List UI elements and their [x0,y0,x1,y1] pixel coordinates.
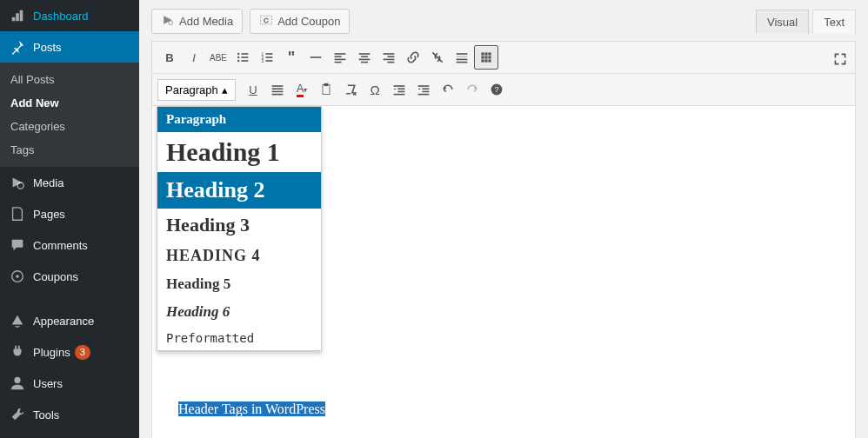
sidebar-item-posts[interactable]: Posts [0,31,139,63]
svg-rect-24 [265,60,272,62]
blockquote-button[interactable]: " [279,45,304,70]
plugins-badge: 3 [75,345,90,360]
svg-point-0 [17,182,23,189]
editor-content[interactable]: Paragraph Heading 1 Heading 2 Heading 3 … [152,106,855,438]
format-option-h4[interactable]: Heading 4 [157,242,321,270]
svg-rect-55 [323,84,330,94]
unlink-button[interactable] [425,45,450,70]
svg-rect-16 [241,56,248,58]
italic-button[interactable]: I [182,45,206,70]
svg-rect-31 [361,56,368,57]
format-option-h6[interactable]: Heading 6 [157,298,321,326]
sidebar-label: Users [33,377,63,390]
tinymce-editor: B I ABE 123 " Paragraph ▴ U A▾ [151,41,856,438]
svg-rect-34 [384,53,395,55]
fullscreen-button[interactable] [828,47,852,71]
svg-rect-40 [457,59,468,61]
submenu-all-posts[interactable]: All Posts [0,68,139,91]
format-option-h3[interactable]: Heading 3 [157,209,321,242]
format-option-h2[interactable]: Heading 2 [157,172,321,209]
link-button[interactable] [401,45,425,70]
insert-more-button[interactable] [450,45,474,70]
svg-point-2 [16,275,19,278]
svg-rect-54 [272,94,284,96]
svg-rect-35 [387,56,394,57]
appearance-icon [9,312,26,329]
sidebar-item-pages[interactable]: Pages [0,198,139,229]
sidebar-item-settings[interactable]: Settings [0,430,139,438]
sidebar-item-tools[interactable]: Tools [0,399,139,430]
svg-rect-51 [272,85,284,87]
underline-button[interactable]: U [241,77,265,102]
pin-icon [9,38,26,56]
format-dropdown-menu: Paragraph Heading 1 Heading 2 Heading 3 … [157,106,322,351]
plugin-icon [9,343,26,361]
redo-button[interactable] [460,77,484,102]
undo-button[interactable] [436,77,460,102]
svg-rect-39 [457,56,468,57]
sidebar-item-plugins[interactable]: Plugins 3 [0,336,139,368]
svg-rect-37 [387,62,394,63]
bold-button[interactable]: B [157,45,182,70]
clear-formatting-button[interactable] [338,77,363,102]
admin-sidebar: Dashboard Posts All Posts Add New Catego… [0,0,139,438]
add-media-button[interactable]: Add Media [151,9,243,34]
format-dropdown-button[interactable]: Paragraph ▴ [157,79,236,101]
svg-rect-18 [241,60,248,62]
svg-rect-20 [265,53,272,55]
align-left-button[interactable] [328,45,352,70]
help-button[interactable]: ? [484,77,509,102]
svg-rect-27 [335,56,342,57]
svg-rect-28 [335,59,346,61]
tab-text[interactable]: Text [812,10,856,34]
format-option-h1[interactable]: Heading 1 [157,132,321,172]
svg-rect-53 [272,91,284,93]
add-media-label: Add Media [179,15,233,28]
submenu-categories[interactable]: Categories [0,115,139,138]
sidebar-item-appearance[interactable]: Appearance [0,305,139,336]
svg-rect-58 [397,88,404,90]
toolbar-toggle-button[interactable] [474,45,498,70]
svg-rect-46 [484,56,487,58]
sidebar-item-media[interactable]: Media [0,167,139,198]
svg-rect-60 [394,94,405,96]
submenu-add-new[interactable]: Add New [0,91,139,115]
svg-rect-22 [265,56,272,58]
sidebar-item-coupons[interactable]: Coupons [0,261,139,292]
align-center-button[interactable] [352,45,377,70]
justify-button[interactable] [265,77,290,102]
format-option-paragraph[interactable]: Paragraph [157,107,321,132]
submenu-tags[interactable]: Tags [0,138,139,162]
svg-rect-41 [457,62,468,63]
format-option-pre[interactable]: Preformatted [157,326,321,350]
svg-text:?: ? [495,85,499,94]
editor-area: Add Media C Add Coupon Visual Text B I A… [139,0,868,438]
numbered-list-button[interactable]: 123 [255,45,279,70]
sidebar-item-dashboard[interactable]: Dashboard [0,0,139,31]
svg-text:3: 3 [262,59,264,63]
paste-text-button[interactable] [314,77,338,102]
tab-visual[interactable]: Visual [756,10,809,34]
special-char-button[interactable]: Ω [363,77,387,102]
align-right-button[interactable] [377,45,401,70]
sidebar-label: Coupons [33,270,78,283]
svg-rect-25 [310,56,322,58]
coupon-dashed-icon: C [259,13,273,30]
sidebar-label: Posts [33,41,62,54]
toolbar-row-1: B I ABE 123 " [152,42,855,74]
bullet-list-button[interactable] [230,45,255,70]
hr-button[interactable] [304,45,328,70]
editor-text[interactable]: Header Tags in WordPress [178,402,325,417]
sidebar-item-comments[interactable]: Comments [0,229,139,261]
chevron-up-icon: ▴ [222,83,228,96]
sidebar-label: Plugins [33,346,70,359]
outdent-button[interactable] [387,77,411,102]
indent-button[interactable] [411,77,436,102]
add-coupon-button[interactable]: C Add Coupon [250,9,350,34]
sidebar-label: Tools [33,408,59,421]
sidebar-item-users[interactable]: Users [0,368,139,399]
format-option-h5[interactable]: Heading 5 [157,270,321,298]
svg-rect-14 [241,53,248,55]
strikethrough-button[interactable]: ABE [206,45,230,70]
text-color-button[interactable]: A▾ [290,77,314,102]
